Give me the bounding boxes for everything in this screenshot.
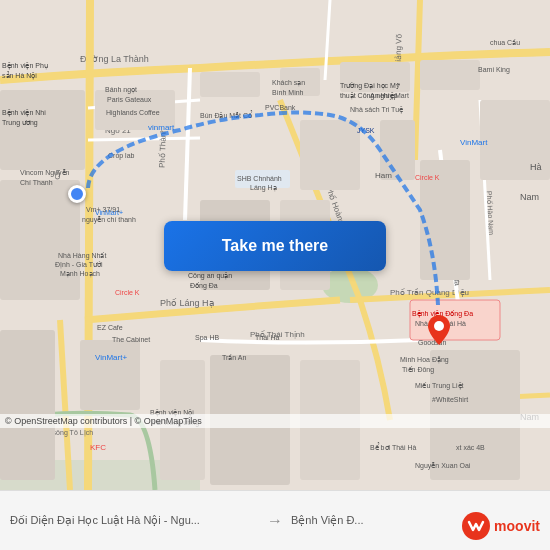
svg-text:Chí Thanh: Chí Thanh [20, 179, 53, 186]
svg-text:Hà: Hà [530, 162, 542, 172]
origin-marker [68, 185, 86, 203]
svg-text:Phố Láng Hạ: Phố Láng Hạ [160, 298, 215, 308]
svg-text:Mạnh Hoạch: Mạnh Hoạch [60, 270, 100, 278]
svg-text:Highlands Coffee: Highlands Coffee [106, 109, 160, 117]
svg-rect-26 [420, 60, 480, 90]
svg-text:Trường Đại học Mỹ: Trường Đại học Mỹ [340, 82, 400, 90]
route-arrow-icon: → [259, 512, 291, 530]
svg-text:Vm+ 37/91: Vm+ 37/91 [86, 206, 120, 213]
svg-text:Định - Gia Tưới: Định - Gia Tưới [55, 261, 103, 269]
svg-point-100 [434, 321, 444, 331]
svg-text:Bệnh viện Phụ: Bệnh viện Phụ [2, 62, 48, 70]
svg-text:Circle K: Circle K [415, 174, 440, 181]
moovit-logo: moovit [462, 512, 540, 540]
map-container[interactable]: Đường La Thành Nguyễn Chí Thanh Phố Hoàn… [0, 0, 550, 490]
svg-text:Bình Minh: Bình Minh [272, 89, 304, 96]
svg-text:Nhà sách Tri Tuệ: Nhà sách Tri Tuệ [350, 106, 403, 114]
svg-text:VinMart+: VinMart+ [95, 353, 127, 362]
svg-text:SHB Chnhánh: SHB Chnhánh [237, 175, 282, 182]
svg-text:Paris Gateaux: Paris Gateaux [107, 96, 152, 103]
moovit-icon [462, 512, 490, 540]
svg-text:Thái Hà: Thái Hà [255, 334, 280, 341]
svg-text:Ham: Ham [375, 171, 392, 180]
svg-text:Bệnh viện Nhi: Bệnh viện Nhi [2, 109, 46, 117]
svg-text:Trần An: Trần An [222, 354, 246, 361]
svg-text:Spa HB: Spa HB [195, 334, 219, 342]
svg-text:nguyễn chí thanh: nguyễn chí thanh [82, 216, 136, 224]
svg-text:Công an quận: Công an quận [188, 272, 232, 280]
svg-text:Bami King: Bami King [478, 66, 510, 74]
svg-text:Circle K: Circle K [115, 289, 140, 296]
svg-text:The Cabinet: The Cabinet [112, 336, 150, 343]
svg-text:Bánh ngọt: Bánh ngọt [105, 86, 137, 94]
svg-text:KFC: KFC [90, 443, 106, 452]
svg-text:Bể bơi Thái Hà: Bể bơi Thái Hà [370, 442, 416, 451]
svg-text:Đống Đa: Đống Đa [190, 282, 218, 290]
svg-rect-38 [300, 120, 360, 190]
svg-text:vinmart: vinmart [148, 123, 175, 132]
take-me-there-button[interactable]: Take me there [164, 221, 386, 271]
svg-text:xt xác 4B: xt xác 4B [456, 444, 485, 451]
svg-text:VinMart: VinMart [460, 138, 488, 147]
svg-text:Minh Hoa Đặng: Minh Hoa Đặng [400, 356, 449, 364]
svg-rect-33 [80, 340, 140, 410]
svg-text:sản Hà Nội: sản Hà Nội [2, 71, 37, 80]
svg-text:chua Cầu: chua Cầu [490, 39, 520, 46]
svg-text:Tiến Đông: Tiến Đông [402, 366, 434, 374]
osm-attribution: © OpenStreetMap contributors | © OpenMap… [0, 414, 550, 428]
svg-text:Nguyễn Xuan Oai: Nguyễn Xuan Oai [415, 462, 471, 470]
svg-text:thuật Công nghiệp: thuật Công nghiệp [340, 92, 398, 100]
svg-text:Vincom Nguyễn: Vincom Nguyễn [20, 169, 70, 177]
svg-text:Nam: Nam [520, 192, 539, 202]
svg-text:Khách sạn: Khách sạn [272, 79, 305, 87]
svg-rect-23 [200, 72, 260, 97]
svg-text:#WhiteShirt: #WhiteShirt [432, 396, 468, 403]
svg-text:PVCBank: PVCBank [265, 104, 296, 111]
svg-text:EZ Cafe: EZ Cafe [97, 324, 123, 331]
svg-text:Trung ương: Trung ương [2, 119, 38, 127]
svg-text:Láng Hạ: Láng Hạ [250, 184, 277, 192]
bottom-bar: Đối Diện Đại Học Luật Hà Nội - Ngu... → … [0, 490, 550, 550]
moovit-text: moovit [494, 518, 540, 534]
svg-text:Nhà Hàng Nhất: Nhà Hàng Nhất [58, 252, 106, 260]
svg-rect-21 [0, 90, 85, 170]
route-from-label: Đối Diện Đại Học Luật Hà Nội - Ngu... [10, 514, 259, 527]
svg-rect-32 [0, 330, 55, 480]
destination-marker [428, 315, 450, 345]
svg-text:Miếu Trung Liệt: Miếu Trung Liệt [415, 382, 464, 390]
